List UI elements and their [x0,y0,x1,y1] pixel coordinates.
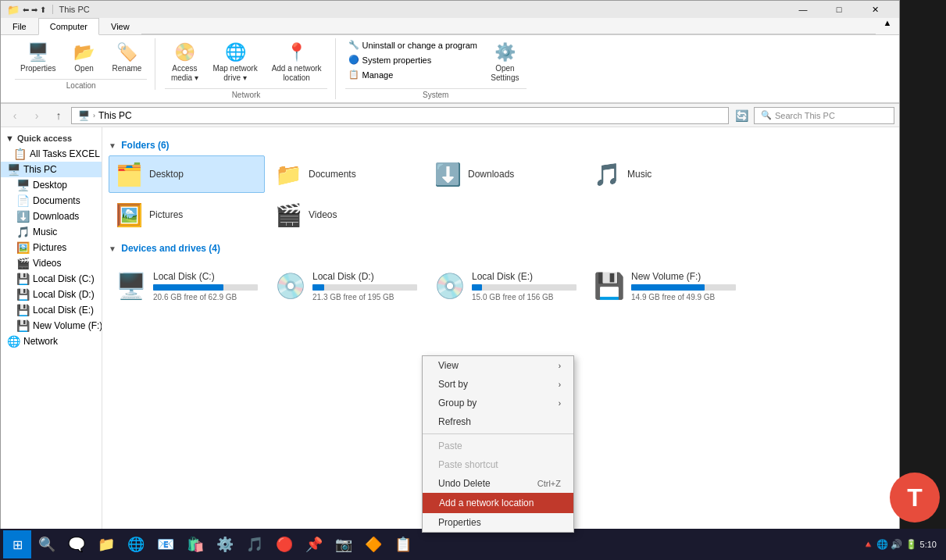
ctx-properties[interactable]: Properties [423,513,573,532]
ctx-sort[interactable]: Sort by › [423,375,573,394]
access-media-label: Accessmedia ▾ [171,64,198,83]
ctx-view[interactable]: View › [423,356,573,375]
address-path[interactable]: 🖥️ › This PC [71,107,729,124]
system-tray-icons: 🔺 🌐 🔊 🔋 [862,539,917,550]
open-settings-button[interactable]: ⚙️ OpenSettings [484,38,527,87]
store-taskbar[interactable]: 🛍️ [181,530,209,558]
ctx-group-arrow: › [559,399,561,408]
music-taskbar[interactable]: 🎵 [241,530,269,558]
ribbon-tabs: File Computer View ▲ [1,18,899,35]
ctx-refresh[interactable]: Refresh [423,412,573,431]
sidebar-item-diskd[interactable]: 💾 Local Disk (D:) [1,287,102,302]
sidebar-item-diskf[interactable]: 💾 New Volume (F:) [1,318,102,334]
add-network-location-button[interactable]: 📍 Add a networklocation [266,38,327,87]
drives-collapse-arrow: ▼ [109,244,116,253]
drive-f-bar-container [631,284,736,291]
sidebar-item-network[interactable]: 🌐 Network [1,334,102,349]
mail-taskbar[interactable]: 📧 [152,530,180,558]
downloads-icon: ⬇️ [16,210,30,223]
ribbon-expand[interactable]: ▲ [876,18,899,27]
location-buttons: 🖥️ Properties 📂 Open 🏷️ Rename [15,38,147,77]
diskd-icon: 💾 [16,288,30,301]
properties-button[interactable]: 🖥️ Properties [15,38,62,77]
drive-e[interactable]: 💿 Local Disk (E:) 15.0 GB free of 156 GB [427,259,584,313]
tab-view[interactable]: View [99,18,141,34]
explorer-taskbar[interactable]: 📁 [92,530,120,558]
ctx-add-network-label: Add a network location [439,498,534,508]
uninstall-button[interactable]: 🔧 Uninstall or change a program [345,38,480,52]
system-props-button[interactable]: 🔵 System properties [345,53,480,66]
add-location-label: Add a networklocation [272,64,322,83]
ctx-group[interactable]: Group by › [423,394,573,412]
context-menu: View › Sort by › Group by › Refresh Past… [422,355,574,533]
ribbon-content: 🖥️ Properties 📂 Open 🏷️ Rename Location [1,35,899,103]
system-props-label: System properties [362,55,432,65]
forward-button[interactable]: › [27,107,46,124]
folder-desktop[interactable]: 🗂️ Desktop [109,155,265,193]
uninstall-label: Uninstall or change a program [362,41,477,50]
pin-taskbar[interactable]: 📌 [300,530,328,558]
documents-folder-icon: 📁 [275,162,302,187]
start-button[interactable]: ⊞ [3,530,31,558]
vlc-taskbar[interactable]: 🔶 [359,530,387,558]
folder-documents[interactable]: 📁 Documents [268,155,424,193]
refresh-button[interactable]: 🔄 [732,107,751,124]
sidebar-item-thispc[interactable]: 🖥️ This PC [1,162,102,177]
folders-section-header[interactable]: ▼ Folders (6) [109,140,893,151]
back-button[interactable]: ‹ [5,107,24,124]
drive-d-icon: 💿 [275,271,306,301]
map-network-icon: 🌐 [225,42,246,62]
manage-icon: 📋 [348,70,359,80]
ctx-add-network-location[interactable]: Add a network location [423,493,573,513]
folder-videos[interactable]: 🎬 Videos [268,196,424,234]
edge-taskbar[interactable]: 🌐 [122,530,150,558]
minimize-button[interactable]: — [785,1,821,18]
sidebar-item-desktop[interactable]: 🖥️ Desktop [1,177,102,193]
drive-c-bar [153,284,223,291]
camera-taskbar[interactable]: 📷 [330,530,358,558]
diskf-icon: 💾 [16,319,30,332]
close-button[interactable]: ✕ [857,1,893,18]
drive-c-icon: 🖥️ [116,271,147,301]
drives-section-header[interactable]: ▼ Devices and drives (4) [109,243,893,254]
sidebar-item-music[interactable]: 🎵 Music [1,224,102,240]
sidebar-item-pictures[interactable]: 🖼️ Pictures [1,240,102,255]
ctx-undo-delete[interactable]: Undo Delete Ctrl+Z [423,474,573,493]
drive-f[interactable]: 💾 New Volume (F:) 14.9 GB free of 49.9 G… [587,259,743,313]
map-network-label: Map networkdrive ▾ [212,64,257,83]
folder-music[interactable]: 🎵 Music [587,155,743,193]
tab-file[interactable]: File [1,18,38,34]
drive-c[interactable]: 🖥️ Local Disk (C:) 20.6 GB free of 62.9 … [109,259,265,313]
settings-taskbar[interactable]: ⚙️ [211,530,239,558]
sidebar-item-documents[interactable]: 📄 Documents [1,193,102,209]
search-box[interactable]: 🔍 Search This PC [754,107,894,124]
sidebar-item-videos[interactable]: 🎬 Videos [1,255,102,271]
files-taskbar[interactable]: 📋 [389,530,417,558]
sidebar-item-alltasks[interactable]: 📋 All Tasks EXCEL 📌 [1,146,102,162]
drive-d[interactable]: 💿 Local Disk (D:) 21.3 GB free of 195 GB [268,259,424,313]
sidebar-item-diske[interactable]: 💾 Local Disk (E:) [1,302,102,318]
documents-label: Documents [33,195,80,206]
map-network-button[interactable]: 🌐 Map networkdrive ▾ [207,38,262,87]
open-label: Open [74,64,93,73]
open-button[interactable]: 📂 Open [65,38,104,77]
drive-c-bar-container [153,284,258,291]
downloads-label: Downloads [33,211,79,222]
watermark-logo: T [890,473,940,523]
manage-button[interactable]: 📋 Manage [345,68,480,81]
up-button[interactable]: ↑ [49,107,68,124]
maximize-button[interactable]: □ [821,1,857,18]
chrome-taskbar[interactable]: 🔴 [270,530,298,558]
access-media-button[interactable]: 📀 Accessmedia ▾ [165,38,204,87]
sidebar-item-diskc[interactable]: 💾 Local Disk (C:) [1,271,102,287]
tab-computer[interactable]: Computer [38,18,99,35]
drive-d-bar-container [312,284,417,291]
folder-downloads[interactable]: ⬇️ Downloads [427,155,584,193]
taskbar-right: 🔺 🌐 🔊 🔋 5:10 [862,539,943,550]
search-taskbar[interactable]: 🔍 [33,530,61,558]
folder-pictures[interactable]: 🖼️ Pictures [109,196,265,234]
taskview-taskbar[interactable]: 🗨️ [62,530,91,558]
sidebar-item-downloads[interactable]: ⬇️ Downloads [1,209,102,224]
rename-button[interactable]: 🏷️ Rename [107,38,148,77]
drive-f-bar [631,284,705,291]
